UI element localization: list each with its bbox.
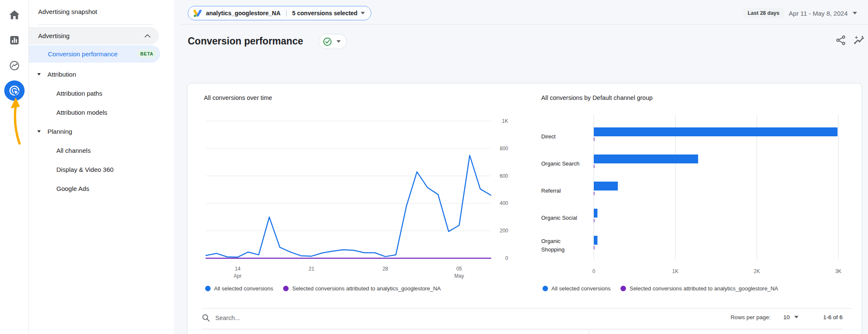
nav-explore-button[interactable]: [4, 55, 25, 76]
bar-attributed: [594, 246, 595, 249]
nav-reports-button[interactable]: [4, 30, 25, 50]
sidebar-section-label: Advertising: [38, 32, 70, 39]
x-tick-label: 14: [235, 266, 241, 272]
x-tick-label: 1K: [672, 268, 679, 274]
y-tick-label: 400: [500, 200, 508, 206]
x-tick-label: 3K: [835, 268, 842, 274]
rows-per-page-label: Rows per page:: [731, 314, 771, 320]
legend-dot-icon: [283, 286, 289, 291]
check-circle-icon: [323, 37, 332, 46]
bar-all-conversions: [594, 155, 698, 163]
line-series-all-conversions: [206, 155, 491, 257]
sidebar-item-advertising-snapshot[interactable]: Advertising snapshot: [38, 3, 97, 19]
sidebar-group-attribution[interactable]: Attribution: [29, 66, 174, 83]
legend-item: Selected conversions attributed to analy…: [620, 285, 778, 292]
icon-rail: [0, 0, 29, 334]
insights-sparkline-icon: [854, 35, 865, 46]
x-tick-label: 21: [309, 266, 314, 272]
header-divider: [180, 24, 868, 25]
bar-attributed: [594, 219, 595, 222]
main-content: analytics_googlestore_NA 5 conversions s…: [174, 0, 868, 334]
sidebar-group-planning[interactable]: Planning: [29, 123, 174, 140]
header-actions: [835, 35, 865, 46]
legend-label: All selected conversions: [214, 285, 273, 292]
table-search: [202, 310, 470, 326]
chevron-up-icon: [145, 34, 150, 38]
conversions-selector-pill[interactable]: analytics_googlestore_NA 5 conversions s…: [188, 6, 371, 20]
x-tick-label: 0: [593, 268, 595, 274]
search-icon: [202, 314, 210, 322]
bar-category-label: Organic Search: [541, 160, 579, 167]
x-tick-label: May: [454, 273, 464, 279]
explore-icon: [8, 59, 21, 72]
insights-button[interactable]: [854, 35, 865, 46]
pill-separator: [286, 10, 287, 17]
beta-badge: BETA: [137, 50, 157, 58]
y-tick-label: 800: [500, 146, 508, 152]
google-ads-logo-icon: [192, 8, 203, 18]
legend-item: Selected conversions attributed to analy…: [283, 285, 441, 292]
y-tick-label: 1K: [502, 118, 508, 124]
share-icon: [835, 35, 846, 46]
line-chart-legend: All selected conversionsSelected convers…: [205, 284, 441, 293]
sidebar-item-attribution-models[interactable]: Attribution models: [29, 104, 174, 121]
nav-home-button[interactable]: [4, 5, 25, 25]
sidebar-item-google-ads[interactable]: Google Ads: [29, 180, 174, 197]
y-tick-label: 0: [505, 255, 508, 261]
sidebar-item-display-video-360[interactable]: Display & Video 360: [29, 161, 174, 178]
bar-category-label: Referral: [541, 188, 561, 194]
sidebar-divider: [38, 24, 153, 25]
home-icon: [8, 8, 21, 21]
app-root: Advertising snapshot Advertising Convers…: [0, 0, 868, 334]
x-tick-label: 05: [456, 266, 462, 272]
sidebar-item-all-channels[interactable]: All channels: [29, 142, 174, 159]
y-tick-label: 600: [500, 173, 508, 179]
chevron-down-icon: [794, 316, 798, 318]
date-preset-badge: Last 28 days: [743, 8, 784, 18]
bar-category-label: Direct: [541, 133, 556, 140]
page-title: Conversion performance: [188, 36, 303, 47]
conversion-status-pill[interactable]: [319, 34, 347, 49]
legend-dot-icon: [205, 286, 211, 291]
table-column-divider: [589, 329, 589, 334]
legend-dot-icon: [542, 286, 548, 291]
sidebar-item-attribution-paths[interactable]: Attribution paths: [29, 85, 174, 102]
legend-label: All selected conversions: [551, 285, 610, 292]
share-button[interactable]: [835, 35, 846, 46]
bar-attributed: [594, 192, 595, 195]
reports-icon: [8, 34, 21, 47]
search-top-divider: [202, 308, 851, 309]
bar-all-conversions: [594, 127, 837, 136]
property-name: analytics_googlestore_NA: [206, 10, 281, 17]
charts-canvas: 02004006008001K14Apr212805May01K2K3KDire…: [187, 83, 862, 282]
date-range-picker[interactable]: Last 28 days Apr 11 - May 8, 2024: [743, 7, 857, 19]
rows-per-page-value: 10: [783, 314, 790, 320]
bar-chart-legend: All selected conversionsSelected convers…: [542, 284, 778, 293]
pagination-range: 1-6 of 6: [823, 314, 843, 320]
x-tick-label: 28: [382, 266, 388, 272]
chevron-down-icon: [853, 12, 857, 14]
search-input[interactable]: [215, 315, 470, 321]
expand-triangle-icon: [37, 130, 41, 132]
sidebar-group-label: Planning: [47, 128, 72, 135]
conversion-performance-card: All conversions over time All conversion…: [187, 83, 862, 334]
bar-attributed: [594, 165, 595, 168]
annotation-arrow: [6, 95, 27, 150]
bar-all-conversions: [594, 209, 598, 218]
legend-label: Selected conversions attributed to analy…: [292, 285, 441, 292]
date-range-text: Apr 11 - May 8, 2024: [789, 10, 848, 17]
sidebar-section-advertising[interactable]: Advertising: [29, 27, 159, 44]
sidebar-item-conversion-performance[interactable]: Conversion performance BETA: [29, 45, 160, 63]
bar-all-conversions: [594, 182, 618, 190]
bar-category-label: Organic Social: [541, 215, 577, 221]
conversions-selected-label: 5 conversions selected: [292, 10, 357, 17]
bar-all-conversions: [594, 236, 598, 245]
legend-label: Selected conversions attributed to analy…: [629, 285, 778, 292]
rows-per-page-select[interactable]: 10: [783, 314, 798, 320]
y-tick-label: 200: [500, 228, 508, 234]
table-header-divider: [202, 329, 843, 329]
chevron-down-icon: [361, 12, 365, 14]
bar-category-label: Organic: [541, 238, 561, 244]
chevron-down-icon: [337, 40, 341, 43]
x-tick-label: 2K: [754, 268, 760, 274]
